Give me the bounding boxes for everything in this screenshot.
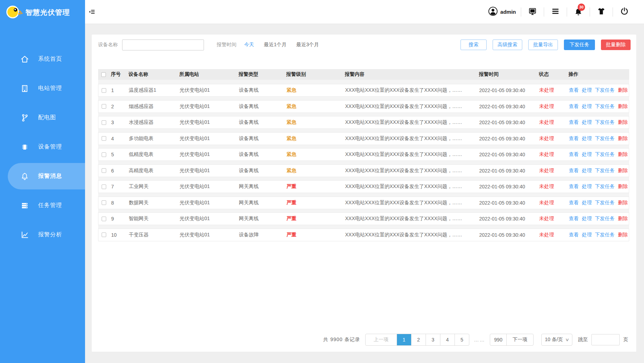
row-checkbox[interactable] — [102, 152, 106, 157]
page-button-3[interactable]: 3 — [426, 334, 440, 345]
batch-delete-button[interactable]: 批量删除 — [601, 40, 631, 50]
action-dispatch[interactable]: 下发任务 — [595, 103, 615, 109]
logout-button[interactable] — [613, 7, 636, 17]
sidebar-item-stations[interactable]: 电站管理 — [0, 74, 85, 103]
batch-export-button[interactable]: 批量导出 — [528, 40, 558, 50]
action-handle[interactable]: 处理 — [582, 216, 592, 221]
action-view[interactable]: 查看 — [569, 200, 579, 205]
table-row: 6 高精度电表 光伏变电站01 设备离线 紧急 XXX电站XXX位置的XXX设备… — [98, 164, 629, 177]
action-dispatch[interactable]: 下发任务 — [595, 200, 615, 205]
action-handle[interactable]: 处理 — [582, 151, 592, 157]
action-delete[interactable]: 删除 — [618, 200, 628, 205]
action-delete[interactable]: 删除 — [618, 135, 628, 141]
page-button-5[interactable]: 5 — [455, 334, 469, 345]
pagination: 共 9900 条记录 上一项 12345 …… 990 下一项 10 条/页 ∨… — [323, 334, 628, 346]
row-actions: 查看处理下发任务删除 — [569, 216, 629, 222]
action-dispatch[interactable]: 下发任务 — [595, 135, 615, 141]
next-page-button[interactable]: 下一项 — [506, 334, 533, 345]
alarm-type: 设备离线 — [239, 135, 287, 142]
row-checkbox[interactable] — [102, 217, 106, 221]
last-page-button[interactable]: 990 — [490, 334, 506, 345]
action-dispatch[interactable]: 下发任务 — [595, 119, 615, 125]
sidebar-item-distribution[interactable]: 配电图 — [0, 103, 85, 132]
action-delete[interactable]: 删除 — [618, 216, 628, 221]
table-header: 序号 设备名称 所属电站 报警类型 报警级别 报警内容 报警时间 状态 操作 — [98, 69, 629, 80]
page-button-2[interactable]: 2 — [411, 334, 426, 345]
device-name-input[interactable] — [122, 40, 204, 50]
row-checkbox[interactable] — [102, 184, 106, 189]
sidebar-item-analysis[interactable]: 报警分析 — [0, 220, 85, 249]
collapse-sidebar-icon[interactable] — [89, 9, 95, 14]
action-view[interactable]: 查看 — [569, 119, 579, 125]
action-delete[interactable]: 删除 — [618, 232, 628, 237]
row-actions: 查看处理下发任务删除 — [569, 232, 629, 238]
action-view[interactable]: 查看 — [569, 168, 579, 173]
action-handle[interactable]: 处理 — [582, 103, 592, 109]
distribution-diagram-icon — [20, 114, 29, 122]
action-handle[interactable]: 处理 — [582, 119, 592, 125]
alarm-content: XXX电站XXX位置的XXX设备发生了XXXX问题，…… — [345, 103, 479, 110]
sidebar-item-alarms[interactable]: 报警消息 — [0, 162, 85, 191]
row-checkbox[interactable] — [102, 232, 106, 237]
table-body: 1 温度感应器1 光伏变电站01 设备离线 紧急 XXX电站XXX位置的XXX设… — [98, 84, 629, 241]
action-view[interactable]: 查看 — [569, 232, 579, 237]
jump-page-input[interactable] — [591, 334, 620, 345]
action-view[interactable]: 查看 — [569, 183, 579, 189]
time-option-today[interactable]: 今天 — [244, 42, 254, 48]
time-option-1month[interactable]: 最近1个月 — [264, 42, 287, 48]
select-all-checkbox[interactable] — [101, 72, 106, 77]
table-row: 10 干变压器 光伏变电站01 设备故障 严重 XXX电站XXX位置的XXX设备… — [98, 229, 629, 241]
action-delete[interactable]: 删除 — [618, 103, 628, 109]
action-handle[interactable]: 处理 — [582, 87, 592, 93]
action-view[interactable]: 查看 — [569, 103, 579, 109]
action-handle[interactable]: 处理 — [582, 232, 592, 237]
dispatch-task-button[interactable]: 下发任务 — [564, 40, 595, 50]
row-checkbox[interactable] — [102, 104, 106, 109]
page-button-1[interactable]: 1 — [397, 334, 411, 345]
menu-button[interactable] — [544, 7, 567, 17]
action-delete[interactable]: 删除 — [618, 87, 628, 93]
action-handle[interactable]: 处理 — [582, 183, 592, 189]
action-handle[interactable]: 处理 — [582, 200, 592, 205]
action-delete[interactable]: 删除 — [618, 168, 628, 173]
action-dispatch[interactable]: 下发任务 — [595, 151, 615, 157]
row-checkbox[interactable] — [102, 168, 106, 173]
action-dispatch[interactable]: 下发任务 — [595, 87, 615, 93]
col-level: 报警级别 — [286, 71, 345, 78]
time-option-3months[interactable]: 最近3个月 — [296, 42, 319, 48]
alarm-level: 紧急 — [287, 87, 345, 93]
action-view[interactable]: 查看 — [569, 216, 579, 221]
row-checkbox[interactable] — [102, 136, 106, 141]
device-name: 温度感应器1 — [129, 87, 180, 93]
action-view[interactable]: 查看 — [569, 151, 579, 157]
action-dispatch[interactable]: 下发任务 — [595, 216, 615, 221]
record-count: 共 9900 条记录 — [323, 337, 360, 343]
sidebar-item-home[interactable]: 系统首页 — [0, 44, 85, 74]
monitor-button[interactable] — [521, 7, 544, 17]
page-size-select[interactable]: 10 条/页 ∨ — [541, 334, 572, 346]
sidebar-item-devices[interactable]: 设备管理 — [0, 132, 85, 162]
search-button[interactable]: 搜索 — [461, 40, 487, 50]
power-icon — [620, 7, 629, 17]
action-delete[interactable]: 删除 — [618, 183, 628, 189]
row-checkbox[interactable] — [102, 200, 106, 205]
user-menu[interactable]: admin — [483, 6, 521, 17]
theme-button[interactable] — [590, 7, 613, 17]
notifications-button[interactable]: 30 — [567, 7, 590, 17]
action-delete[interactable]: 删除 — [618, 119, 628, 125]
action-dispatch[interactable]: 下发任务 — [595, 168, 615, 173]
action-dispatch[interactable]: 下发任务 — [595, 183, 615, 189]
prev-page-button[interactable]: 上一项 — [366, 334, 397, 345]
row-checkbox[interactable] — [102, 88, 106, 93]
page-button-4[interactable]: 4 — [440, 334, 455, 345]
action-handle[interactable]: 处理 — [582, 168, 592, 173]
advanced-search-button[interactable]: 高级搜索 — [493, 40, 522, 50]
action-view[interactable]: 查看 — [569, 87, 579, 93]
row-checkbox[interactable] — [102, 120, 106, 125]
action-dispatch[interactable]: 下发任务 — [595, 232, 615, 237]
sidebar-item-tasks[interactable]: 任务管理 — [0, 191, 85, 220]
action-handle[interactable]: 处理 — [582, 135, 592, 141]
alarm-time: 2022-01-05 09:30:40 — [479, 136, 539, 141]
action-view[interactable]: 查看 — [569, 135, 579, 141]
action-delete[interactable]: 删除 — [618, 151, 628, 157]
